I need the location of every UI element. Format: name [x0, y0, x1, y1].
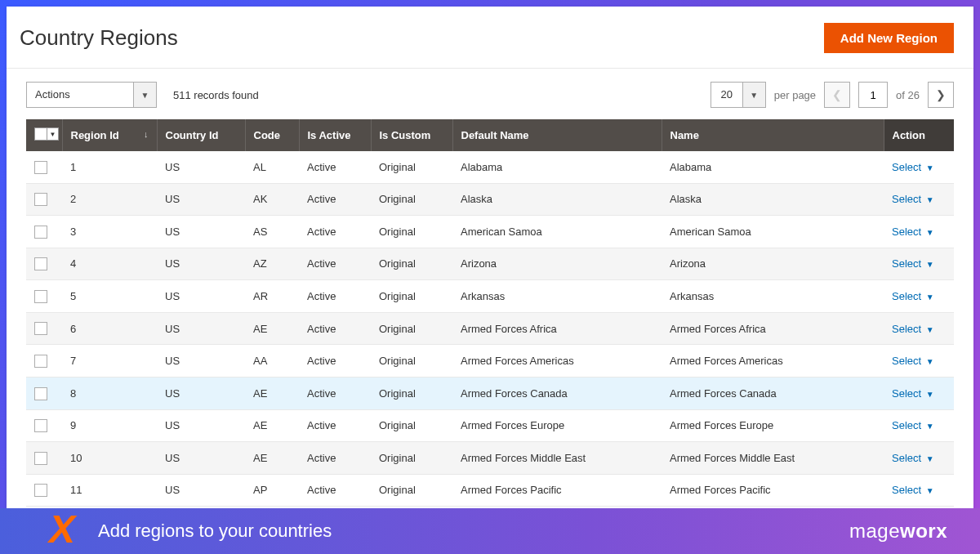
page-title: Country Regions [13, 25, 178, 51]
cell-country-id: US [157, 280, 245, 313]
chevron-left-icon: ❮ [832, 88, 842, 101]
row-checkbox[interactable] [34, 290, 47, 303]
add-new-region-button[interactable]: Add New Region [824, 23, 954, 53]
row-action-select[interactable]: Select ▼ [892, 290, 934, 302]
table-row[interactable]: 6USAEActiveOriginalArmed Forces AfricaAr… [26, 312, 954, 345]
chevron-down-icon: ▼ [926, 486, 934, 495]
table-row[interactable]: 2USAKActiveOriginalAlaskaAlaskaSelect ▼ [26, 183, 954, 216]
chevron-down-icon: ▼ [926, 422, 934, 431]
cell-is-active: Active [299, 377, 371, 409]
cell-is-active: Active [299, 280, 371, 313]
row-checkbox[interactable] [34, 419, 47, 432]
column-region-id[interactable]: Region Id ↓ [62, 119, 157, 151]
table-row[interactable]: 7USAAActiveOriginalArmed Forces Americas… [26, 345, 954, 378]
cell-is-active: Active [299, 183, 371, 216]
row-action-select[interactable]: Select ▼ [892, 419, 934, 431]
cell-name: American Samoa [662, 216, 884, 248]
table-row[interactable]: 3USASActiveOriginalAmerican SamoaAmerica… [26, 216, 954, 248]
cell-country-id: US [157, 183, 245, 216]
cell-region-id: 6 [62, 312, 157, 345]
actions-dropdown[interactable]: Actions ▼ [26, 82, 157, 108]
row-checkbox[interactable] [34, 355, 47, 368]
table-row[interactable]: 5USARActiveOriginalArkansasArkansasSelec… [26, 280, 954, 313]
cell-is-custom: Original [371, 377, 452, 409]
cell-country-id: US [157, 409, 245, 442]
cell-region-id: 7 [62, 345, 157, 378]
cell-is-custom: Original [371, 442, 452, 475]
cell-region-id: 1 [62, 151, 157, 183]
cell-default-name: Alabama [452, 151, 662, 183]
row-action-select[interactable]: Select ▼ [892, 387, 934, 400]
page-number-input[interactable] [858, 82, 888, 108]
cell-code: AZ [245, 248, 299, 280]
table-row[interactable]: 9USAEActiveOriginalArmed Forces EuropeAr… [26, 409, 954, 442]
column-country-id[interactable]: Country Id [157, 119, 245, 151]
row-checkbox[interactable] [34, 452, 47, 465]
promo-tagline: Add regions to your countries [98, 520, 332, 542]
next-page-button[interactable]: ❯ [928, 82, 954, 108]
cell-name: Alabama [662, 151, 884, 183]
row-action-select[interactable]: Select ▼ [892, 193, 934, 205]
column-is-active[interactable]: Is Active [299, 119, 371, 151]
row-checkbox[interactable] [34, 387, 47, 400]
table-row[interactable]: 8USAEActiveOriginalArmed Forces CanadaAr… [26, 377, 954, 409]
cell-name: Armed Forces Americas [662, 345, 884, 378]
cell-region-id: 10 [62, 442, 157, 475]
cell-default-name: Armed Forces Middle East [452, 442, 662, 475]
chevron-down-icon[interactable]: ▼ [133, 83, 156, 107]
cell-code: AP [245, 474, 299, 507]
cell-code: AL [245, 151, 299, 183]
column-is-custom[interactable]: Is Custom [371, 119, 452, 151]
row-action-select[interactable]: Select ▼ [892, 452, 934, 464]
row-action-select[interactable]: Select ▼ [892, 161, 934, 173]
per-page-select[interactable]: 20 ▼ [710, 82, 766, 108]
cell-code: AR [245, 280, 299, 313]
row-checkbox[interactable] [34, 257, 47, 270]
sort-arrow-icon: ↓ [144, 129, 149, 139]
cell-country-id: US [157, 345, 245, 378]
chevron-down-icon[interactable]: ▼ [742, 83, 765, 107]
row-action-select[interactable]: Select ▼ [892, 226, 934, 238]
chevron-down-icon: ▼ [926, 454, 934, 463]
table-row[interactable]: 10USAEActiveOriginalArmed Forces Middle … [26, 442, 954, 475]
admin-panel: Country Regions Add New Region Actions ▼… [7, 7, 973, 508]
records-found: 511 records found [173, 89, 259, 101]
table-row[interactable]: 4USAZActiveOriginalArizonaArizonaSelect … [26, 248, 954, 280]
cell-country-id: US [157, 377, 245, 409]
row-checkbox[interactable] [34, 161, 47, 174]
cell-code: AE [245, 312, 299, 345]
cell-name: Armed Forces Canada [662, 377, 884, 409]
row-action-select[interactable]: Select ▼ [892, 323, 934, 335]
row-action-select[interactable]: Select ▼ [892, 355, 934, 367]
table-row[interactable]: 1USALActiveOriginalAlabamaAlabamaSelect … [26, 151, 954, 183]
chevron-right-icon: ❯ [936, 88, 946, 101]
chevron-down-icon: ▼ [926, 228, 934, 237]
cell-name: Armed Forces Middle East [662, 442, 884, 475]
column-name[interactable]: Name [662, 119, 884, 151]
cell-default-name: American Samoa [452, 216, 662, 248]
row-checkbox[interactable] [34, 484, 47, 497]
cell-code: AK [245, 183, 299, 216]
row-action-select[interactable]: Select ▼ [892, 484, 934, 496]
chevron-down-icon[interactable]: ▼ [47, 127, 59, 141]
cell-region-id: 8 [62, 377, 157, 409]
column-checkbox[interactable]: ▼ [26, 119, 62, 151]
cell-is-custom: Original [371, 183, 452, 216]
table-row[interactable]: 11USAPActiveOriginalArmed Forces Pacific… [26, 474, 954, 507]
select-all-checkbox[interactable] [34, 127, 47, 141]
row-action-select[interactable]: Select ▼ [892, 257, 934, 270]
cell-default-name: Armed Forces Americas [452, 345, 662, 378]
column-default-name[interactable]: Default Name [452, 119, 662, 151]
cell-code: AE [245, 377, 299, 409]
row-checkbox[interactable] [34, 193, 47, 206]
cell-region-id: 4 [62, 248, 157, 280]
row-checkbox[interactable] [34, 322, 47, 335]
cell-country-id: US [157, 442, 245, 475]
prev-page-button[interactable]: ❮ [824, 82, 850, 108]
cell-name: Armed Forces Pacific [662, 474, 884, 507]
column-code[interactable]: Code [245, 119, 299, 151]
chevron-down-icon: ▼ [926, 390, 934, 399]
cell-is-active: Active [299, 248, 371, 280]
row-checkbox[interactable] [34, 226, 47, 239]
cell-region-id: 5 [62, 280, 157, 313]
